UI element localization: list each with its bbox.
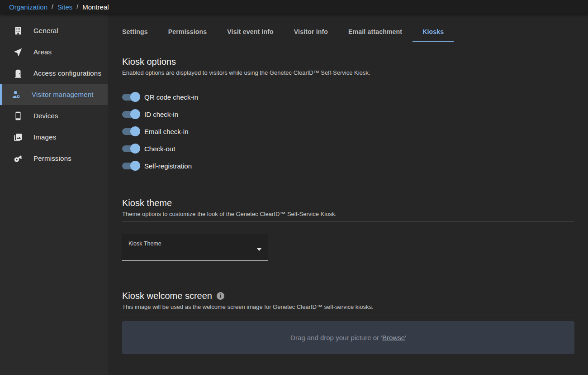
- tab-bar: Settings Permissions Visit event info Vi…: [112, 24, 574, 42]
- breadcrumb: Organization / Sites / Montreal: [0, 0, 588, 14]
- toggle-label: Self-registration: [144, 162, 192, 170]
- divider: [122, 80, 574, 80]
- sidebar-item-general[interactable]: General: [0, 20, 108, 41]
- tab-kiosks[interactable]: Kiosks: [413, 24, 454, 42]
- visitor-clock-icon: [11, 89, 22, 100]
- building-icon: [13, 25, 24, 36]
- sidebar-item-label: Access configurations: [33, 69, 101, 77]
- kiosk-options-toggle-list: QR code check-in ID check-in Email check…: [122, 88, 574, 174]
- kiosk-theme-section: Kiosk theme Theme options to customize t…: [122, 198, 574, 261]
- toggle-knob: [130, 109, 140, 119]
- chevron-down-icon: [256, 248, 262, 251]
- toggle-row: Check-out: [122, 140, 574, 157]
- toggle-knob: [130, 126, 140, 136]
- toggle-qr-code-check-in[interactable]: [122, 94, 139, 101]
- sidebar-item-label: Areas: [33, 48, 52, 56]
- sidebar-item-images[interactable]: Images: [0, 126, 108, 148]
- kiosk-theme-select-label: Kiosk Theme: [128, 240, 161, 247]
- toggle-id-check-in[interactable]: [122, 111, 139, 118]
- toggle-knob: [130, 92, 140, 102]
- toggle-label: Email check-in: [144, 128, 189, 135]
- kiosk-theme-title: Kiosk theme: [122, 198, 574, 208]
- navigation-arrow-icon: [13, 47, 24, 58]
- kiosk-welcome-title-row: Kiosk welcome screen i: [122, 291, 574, 301]
- sidebar-item-access-configurations[interactable]: Access configurations: [0, 62, 108, 84]
- sidebar-item-permissions[interactable]: Permissions: [0, 148, 108, 169]
- sidebar-item-label: General: [33, 27, 58, 34]
- toggle-label: Check-out: [144, 145, 175, 153]
- tab-visitor-info[interactable]: Visitor info: [284, 24, 338, 42]
- sidebar-item-label: Visitor management: [32, 91, 94, 98]
- toggle-self-registration[interactable]: [122, 163, 139, 169]
- kiosk-theme-select[interactable]: Kiosk Theme: [122, 234, 268, 261]
- toggle-knob: [130, 144, 140, 154]
- tab-settings[interactable]: Settings: [112, 24, 158, 42]
- tab-email-attachment[interactable]: Email attachment: [338, 24, 412, 42]
- toggle-row: Self-registration: [122, 157, 574, 174]
- sidebar-item-areas[interactable]: Areas: [0, 41, 108, 62]
- dropzone-text: ': [405, 334, 406, 341]
- toggle-row: Email check-in: [122, 123, 574, 140]
- dropzone-text: Drag and drop your picture or ': [290, 334, 382, 341]
- kiosk-options-section: Kiosk options Enabled options are displa…: [122, 57, 574, 174]
- toggle-row: QR code check-in: [122, 88, 574, 106]
- photo-library-icon: [13, 132, 24, 143]
- door-icon: [13, 68, 24, 79]
- kiosk-welcome-subtitle: This image will be used as the welcome s…: [122, 303, 574, 310]
- breadcrumb-separator: /: [52, 3, 53, 10]
- toggle-email-check-in[interactable]: [122, 128, 139, 135]
- sidebar-item-devices[interactable]: Devices: [0, 105, 108, 126]
- tab-visit-event-info[interactable]: Visit event info: [217, 24, 284, 42]
- toggle-check-out[interactable]: [122, 145, 139, 152]
- sidebar-item-label: Images: [33, 133, 56, 141]
- breadcrumb-current-site: Montreal: [82, 3, 109, 11]
- divider: [122, 221, 574, 221]
- breadcrumb-organization[interactable]: Organization: [9, 3, 47, 11]
- browse-link[interactable]: Browse: [382, 334, 405, 341]
- sidebar-item-label: Permissions: [33, 154, 71, 162]
- breadcrumb-separator: /: [76, 3, 78, 10]
- welcome-image-dropzone[interactable]: Drag and drop your picture or 'Browse': [122, 321, 574, 354]
- kiosk-options-subtitle: Enabled options are displayed to visitor…: [122, 69, 574, 76]
- tab-permissions[interactable]: Permissions: [158, 24, 217, 42]
- toggle-label: ID check-in: [144, 111, 178, 118]
- toggle-knob: [130, 161, 140, 171]
- smartphone-icon: [13, 111, 24, 121]
- kiosk-welcome-title: Kiosk welcome screen: [122, 291, 212, 301]
- key-icon: [13, 153, 24, 164]
- kiosk-theme-subtitle: Theme options to customize the look of t…: [122, 211, 574, 217]
- divider: [122, 314, 574, 314]
- kiosk-welcome-section: Kiosk welcome screen i This image will b…: [122, 291, 574, 354]
- toggle-label: QR code check-in: [144, 93, 198, 101]
- kiosk-options-title: Kiosk options: [122, 57, 574, 67]
- info-icon[interactable]: i: [217, 292, 224, 300]
- sidebar-item-label: Devices: [33, 112, 58, 120]
- sidebar-item-visitor-management[interactable]: Visitor management: [0, 84, 108, 105]
- sidebar: General Areas Access configurations Visi…: [0, 14, 108, 375]
- toggle-row: ID check-in: [122, 106, 574, 123]
- main-content: Settings Permissions Visit event info Vi…: [108, 14, 588, 375]
- breadcrumb-sites[interactable]: Sites: [57, 3, 72, 11]
